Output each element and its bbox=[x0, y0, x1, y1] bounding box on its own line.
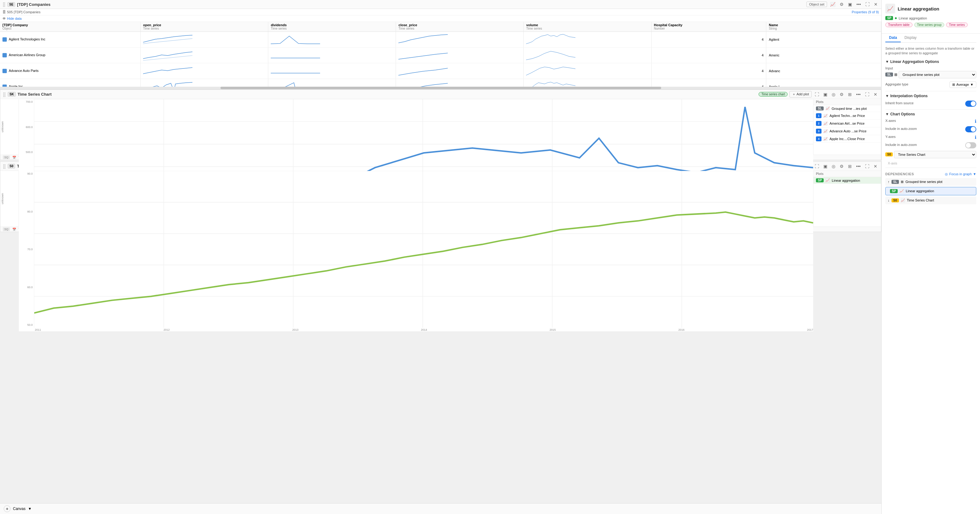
chart-toolbar-1: ⣿ SK Time Series Chart Time series chart… bbox=[0, 90, 881, 99]
x-axis-sub-label: X-axis bbox=[885, 161, 976, 165]
aggregate-row: Aggregate type ⊞ Average ▼ bbox=[885, 81, 976, 88]
dep-badge-so: S0 bbox=[891, 198, 899, 203]
chart-icon-settings-1[interactable]: ⚙ bbox=[838, 91, 845, 97]
chart-icon-screen-2[interactable]: ⊞ bbox=[847, 163, 853, 169]
tab-display[interactable]: Display bbox=[901, 34, 920, 42]
dep-item-sp[interactable]: SP 📈 Linear aggregation bbox=[885, 187, 976, 195]
chart-icon-expand-1[interactable]: ⛶ bbox=[813, 91, 820, 97]
chart-canvas-2 bbox=[34, 171, 813, 328]
footer-cal-icon-2: 📅 bbox=[12, 228, 16, 231]
chart-icon-layout-2[interactable]: ▣ bbox=[822, 163, 829, 169]
chart-icon-more-2[interactable]: ••• bbox=[855, 163, 862, 169]
y-axes-label: Y-axes bbox=[885, 135, 896, 139]
section-linear-agg[interactable]: ▼ Linear Aggregation Options bbox=[885, 59, 976, 64]
chart-icon-fullscreen-1[interactable]: ⛶ bbox=[864, 91, 870, 97]
include-autozoom-x-toggle[interactable] bbox=[965, 126, 976, 132]
y2-label-60: 60.0 bbox=[19, 286, 33, 289]
section-chart-options[interactable]: ▼ Chart Options bbox=[885, 112, 976, 116]
plot-item-3[interactable]: 3 📈 Advance Auto ...se Price bbox=[813, 128, 881, 135]
chart-icon-target-2[interactable]: ◎ bbox=[830, 163, 837, 169]
aggregate-inline: Aggregate type ⊞ Average ▼ bbox=[885, 81, 976, 88]
input-grouped-icon: ⊞ bbox=[894, 72, 897, 77]
settings-icon[interactable]: ⚙ bbox=[838, 1, 845, 7]
plot-badge-sl: SL bbox=[816, 107, 824, 110]
canvas-add-button[interactable]: + bbox=[4, 505, 11, 512]
chart-icon-screen-1[interactable]: ⊞ bbox=[847, 91, 853, 97]
chart-icon-expand-2[interactable]: ⛶ bbox=[813, 163, 820, 169]
breadcrumb-time-series[interactable]: Time series bbox=[946, 22, 967, 27]
rp-icon: 📈 bbox=[885, 4, 895, 14]
y-axes-info-icon[interactable]: ℹ bbox=[975, 135, 976, 140]
x-axes-info-icon[interactable]: ℹ bbox=[975, 119, 976, 124]
plots-header-1: Plots bbox=[813, 99, 881, 105]
plot-item-sl[interactable]: SL 📈 Grouped time ...ies plot bbox=[813, 105, 881, 112]
plot-item-sp[interactable]: SP 📈 Linear aggregation bbox=[813, 177, 881, 184]
chart-icon-settings-2[interactable]: ⚙ bbox=[838, 163, 845, 169]
chart-icon-more-1[interactable]: ••• bbox=[855, 91, 862, 97]
object-set-button[interactable]: Object set bbox=[807, 2, 827, 7]
dep-focus-label: Focus in graph bbox=[949, 172, 972, 176]
cell-name-2: Americ bbox=[766, 48, 881, 63]
chart-panel-1: ⣿ SK Time Series Chart Time series chart… bbox=[0, 89, 881, 160]
plot-badge-2: 2 bbox=[816, 121, 821, 126]
agg-value: Average bbox=[956, 83, 969, 86]
cell-company-3: Advance Auto Parts bbox=[0, 63, 141, 79]
rp-badge-sp: SP bbox=[885, 16, 893, 20]
plots-header-2: Plots bbox=[813, 171, 881, 177]
rp-title-row: 📈 Linear aggregation bbox=[885, 4, 976, 14]
inherit-label: Inherit from source bbox=[885, 101, 914, 105]
plot-badge-3: 3 bbox=[816, 129, 821, 134]
input-select[interactable]: Grouped time series plot bbox=[899, 71, 976, 78]
horizontal-scrollbar[interactable] bbox=[0, 87, 881, 89]
dep-focus-btn[interactable]: ◎ Focus in graph ▼ bbox=[945, 172, 976, 176]
layout-icon[interactable]: ▣ bbox=[847, 1, 853, 7]
chart-icon-layout-1[interactable]: ▣ bbox=[822, 91, 829, 97]
y-label-600: 600.0 bbox=[19, 126, 33, 129]
breadcrumb-transform-table[interactable]: Transform table bbox=[885, 22, 912, 27]
include-autozoom-y-toggle[interactable] bbox=[965, 142, 976, 148]
section-interpolation[interactable]: ▼ Interpolation Options bbox=[885, 94, 976, 98]
plot-item-4[interactable]: 4 📈 Apple Inc....Close Price bbox=[813, 135, 881, 143]
drag-handle[interactable]: ⣿ bbox=[2, 2, 6, 7]
breadcrumb-time-series-group[interactable]: Time series group bbox=[914, 22, 945, 27]
chart-select[interactable]: Time Series Chart bbox=[894, 151, 976, 158]
y-axis-label-1: unknown bbox=[0, 99, 19, 155]
cell-open-2 bbox=[141, 48, 268, 63]
close-icon[interactable]: ✕ bbox=[873, 1, 879, 7]
input-select-row: SL ⊞ Grouped time series plot bbox=[885, 71, 976, 78]
line-chart-icon[interactable]: 📈 bbox=[829, 1, 837, 7]
chart-icon-target-1[interactable]: ◎ bbox=[830, 91, 837, 97]
tab-data[interactable]: Data bbox=[885, 34, 901, 42]
y-label-500: 500.0 bbox=[19, 150, 33, 154]
dep-item-sl[interactable]: ↑ SL ⊞ Grouped time series plot bbox=[885, 178, 976, 186]
canvas-chevron-icon: ▼ bbox=[28, 507, 32, 511]
hide-data-label[interactable]: Hide data bbox=[7, 17, 22, 20]
more-icon[interactable]: ••• bbox=[855, 1, 862, 7]
properties-link[interactable]: Properties (9 of 9) bbox=[852, 10, 879, 14]
plot-item-2[interactable]: 2 📈 American Airl...se Price bbox=[813, 120, 881, 128]
chart-icon-close-1[interactable]: ✕ bbox=[872, 91, 878, 97]
rp-header: 📈 Linear aggregation SP Linear aggregati… bbox=[881, 0, 980, 34]
footer-tag-sq: SQ bbox=[3, 155, 10, 159]
inherit-toggle[interactable] bbox=[965, 101, 976, 107]
dep-arrow-up: ↑ bbox=[888, 180, 890, 184]
chart-icon-fullscreen-2[interactable]: ⛶ bbox=[864, 163, 870, 169]
chart-drag-handle-2[interactable]: ⣿ bbox=[3, 164, 6, 169]
charts-area: ⣿ SK Time Series Chart Time series chart… bbox=[0, 89, 881, 503]
dep-item-s0[interactable]: ↓ S0 📈 Time Series Chart bbox=[885, 196, 976, 204]
plot-label-1: Agilent Techn...se Price bbox=[829, 114, 865, 118]
canvas-label: Canvas bbox=[13, 507, 25, 511]
panel-tag-se: SE bbox=[7, 2, 15, 7]
cell-volume-3 bbox=[523, 63, 651, 79]
add-plot-button-1[interactable]: ＋ Add plot bbox=[789, 91, 811, 97]
dep-label-sl: Grouped time series plot bbox=[905, 180, 942, 184]
y-label-700: 700.0 bbox=[19, 100, 33, 103]
expand-icon[interactable]: ⛶ bbox=[864, 1, 871, 7]
plot-item-1[interactable]: 1 📈 Agilent Techn...se Price bbox=[813, 112, 881, 120]
aggregate-select[interactable]: ⊞ Average ▼ bbox=[950, 81, 976, 88]
cell-close-4 bbox=[396, 79, 523, 87]
chart-body-1: unknown 700.0 600.0 500.0 400.0 300.0 20… bbox=[0, 99, 881, 155]
chart-icon-close-2[interactable]: ✕ bbox=[872, 163, 878, 169]
chart-drag-handle-1[interactable]: ⣿ bbox=[3, 92, 6, 97]
plots-panel-1: Plots SL 📈 Grouped time ...ies plot 1 📈 … bbox=[813, 99, 881, 155]
